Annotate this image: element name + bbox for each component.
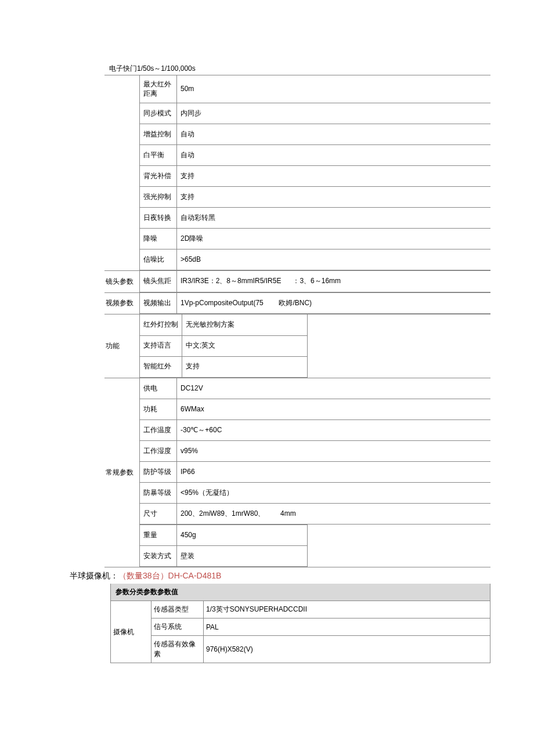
- shutter-line: 电子快门1/50s～1/100,000s: [109, 64, 490, 74]
- value-cell: 1Vp-pCompositeOutput(75 欧姆/BNC): [177, 293, 491, 314]
- value-cell: <95%（无凝结）: [177, 483, 491, 504]
- table-row: 防护等级IP66: [140, 462, 491, 483]
- section-title: 半球摄像机：（数量38台）DH-CA-D481B: [70, 571, 490, 581]
- table-row: 强光抑制支持: [140, 187, 491, 208]
- param-cell: 背光补偿: [140, 166, 177, 187]
- value-cell: IR3/IR3E：2、8～8mmIR5/IR5E ：3、6～16mm: [177, 271, 491, 292]
- table-row: 信号系统 PAL: [111, 618, 490, 636]
- table-row: 增益控制自动: [140, 124, 491, 145]
- spec-table-2: 摄像机 传感器类型 1/3英寸SONYSUPERHADCCDII 信号系统 PA…: [110, 601, 490, 663]
- value-cell: PAL: [204, 618, 490, 636]
- table-row: 功耗6WMax: [140, 399, 491, 420]
- param-cell: 视频输出: [140, 293, 177, 314]
- param-cell: 信号系统: [151, 618, 204, 636]
- table-row: 降噪2D降噪: [140, 229, 491, 249]
- table-row: 尺寸200、2miW89、1mrW80、 4mm: [140, 504, 491, 525]
- param-cell: 最大红外距离: [140, 75, 177, 103]
- table-row: 白平衡自动: [140, 145, 491, 166]
- table-row: 工作温度-30℃～+60C: [140, 420, 491, 441]
- param-cell: 镜头焦距: [140, 271, 177, 292]
- value-cell: 976(H)X582(V): [204, 636, 490, 663]
- inner-cell: 红外灯控制无光敏控制方案 支持语言中文;英文 智能红外支持: [139, 314, 490, 378]
- param-cell: 工作湿度: [140, 441, 177, 462]
- value-cell: DC12V: [177, 378, 491, 399]
- table-row: 支持语言中文;英文: [140, 335, 308, 356]
- table-row: 供电DC12V: [140, 378, 491, 399]
- category-cell-empty: [104, 75, 139, 271]
- value-cell: 自动: [177, 124, 491, 145]
- document-content: 电子快门1/50s～1/100,000s 最大红外距离50m 同步模式内同步 增…: [104, 64, 490, 663]
- param-cell: 功耗: [140, 399, 177, 420]
- table-row: 视频输出1Vp-pCompositeOutput(75 欧姆/BNC): [140, 293, 491, 314]
- section-title-suffix: （数量38台）DH-CA-D481B: [118, 571, 221, 580]
- inner-cell: 最大红外距离50m 同步模式内同步 增益控制自动 白平衡自动 背光补偿支持 强光…: [139, 75, 490, 271]
- table-row: 最大红外距离50m: [140, 75, 491, 103]
- param-cell: 增益控制: [140, 124, 177, 145]
- param-cell: 智能红外: [140, 356, 182, 377]
- value-cell: 自动彩转黑: [177, 208, 491, 229]
- param-cell: 尺寸: [140, 504, 177, 525]
- value-cell: IP66: [177, 462, 491, 483]
- value-cell: 200、2miW89、1mrW80、 4mm: [177, 504, 491, 525]
- param-cell: 同步模式: [140, 103, 177, 124]
- value-cell: 支持: [177, 166, 491, 187]
- param-cell: 重量: [140, 525, 177, 546]
- table-row: 摄像机 传感器类型 1/3英寸SONYSUPERHADCCDII: [111, 601, 490, 618]
- table-row: 传感器有效像素 976(H)X582(V): [111, 636, 490, 663]
- param-cell: 防暴等级: [140, 483, 177, 504]
- value-cell: 支持: [182, 356, 308, 377]
- param-cell: 红外灯控制: [140, 314, 182, 335]
- value-cell: 中文;英文: [182, 335, 308, 356]
- param-cell: 白平衡: [140, 145, 177, 166]
- table-row: 安装方式壁装: [140, 546, 308, 567]
- value-cell: 1/3英寸SONYSUPERHADCCDII: [204, 601, 490, 618]
- value-cell: 壁装: [177, 546, 308, 567]
- table-row: 镜头焦距IR3/IR3E：2、8～8mmIR5/IR5E ：3、6～16mm: [140, 271, 491, 292]
- param-cell: 传感器有效像素: [151, 636, 204, 663]
- param-cell: 工作温度: [140, 420, 177, 441]
- param-cell: 供电: [140, 378, 177, 399]
- category-cell: 常规参数: [104, 378, 139, 567]
- table-row: 智能红外支持: [140, 356, 308, 377]
- value-cell: >65dB: [177, 249, 491, 270]
- param-cell: 日夜转换: [140, 208, 177, 229]
- inner-cell: 镜头焦距IR3/IR3E：2、8～8mmIR5/IR5E ：3、6～16mm: [139, 271, 490, 293]
- value-cell: 450g: [177, 525, 308, 546]
- table-row: 重量450g: [140, 525, 308, 546]
- value-cell: 50m: [177, 75, 491, 103]
- spec-table-1: 最大红外距离50m 同步模式内同步 增益控制自动 白平衡自动 背光补偿支持 强光…: [104, 75, 490, 567]
- table-row: 日夜转换自动彩转黑: [140, 208, 491, 229]
- table-row: 信噪比>65dB: [140, 249, 491, 270]
- table2-header: 参数分类参数参数值: [110, 584, 490, 601]
- inner-cell: 视频输出1Vp-pCompositeOutput(75 欧姆/BNC): [139, 292, 490, 314]
- category-cell: 视频参数: [104, 292, 139, 314]
- value-cell: 无光敏控制方案: [182, 314, 308, 335]
- table-row: 背光补偿支持: [140, 166, 491, 187]
- value-cell: 自动: [177, 145, 491, 166]
- value-cell: v95%: [177, 441, 491, 462]
- param-cell: 安装方式: [140, 546, 177, 567]
- param-cell: 强光抑制: [140, 187, 177, 208]
- table-row: 同步模式内同步: [140, 103, 491, 124]
- param-cell: 支持语言: [140, 335, 182, 356]
- category-cell: 功能: [104, 314, 139, 378]
- value-cell: 2D降噪: [177, 229, 491, 249]
- inner-cell: 供电DC12V 功耗6WMax 工作温度-30℃～+60C 工作湿度v95% 防…: [139, 378, 490, 567]
- category-cell: 摄像机: [111, 601, 151, 663]
- table-row: 工作湿度v95%: [140, 441, 491, 462]
- param-cell: 传感器类型: [151, 601, 204, 618]
- value-cell: 6WMax: [177, 399, 491, 420]
- table-row: 防暴等级<95%（无凝结）: [140, 483, 491, 504]
- param-cell: 防护等级: [140, 462, 177, 483]
- value-cell: 内同步: [177, 103, 491, 124]
- table-row: 红外灯控制无光敏控制方案: [140, 314, 308, 335]
- section-title-prefix: 半球摄像机：: [70, 571, 118, 580]
- param-cell: 降噪: [140, 229, 177, 249]
- category-cell: 镜头参数: [104, 271, 139, 293]
- value-cell: 支持: [177, 187, 491, 208]
- param-cell: 信噪比: [140, 249, 177, 270]
- value-cell: -30℃～+60C: [177, 420, 491, 441]
